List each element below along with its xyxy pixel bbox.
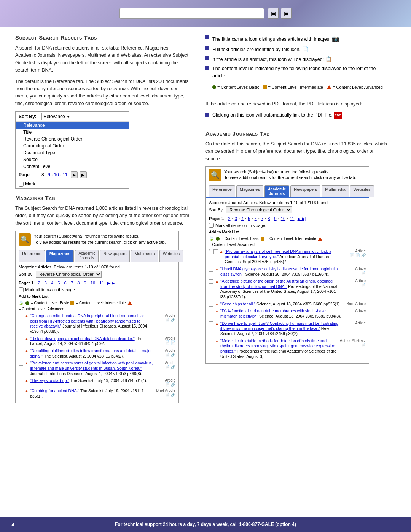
- acad-article-checkbox-7[interactable]: [209, 339, 213, 343]
- sort-option-source[interactable]: Source: [16, 156, 129, 163]
- article-checkbox-6[interactable]: [19, 389, 23, 393]
- acad-article-icons-1: 📄 📄 🔗: [343, 253, 366, 257]
- article-checkbox-2[interactable]: [19, 337, 23, 341]
- acad-article-checkbox-3[interactable]: [209, 279, 213, 284]
- inter-level-label: = Content Level: Intermediate: [268, 85, 323, 89]
- article-link-5[interactable]: "The keys to start-up.": [30, 378, 69, 383]
- ss-acad-page-3[interactable]: 3: [235, 216, 237, 221]
- ss-acad-page-8[interactable]: 8: [268, 216, 270, 221]
- sort-option-chron[interactable]: Chronological Order: [16, 142, 129, 149]
- icon-box-1[interactable]: ▣: [268, 8, 279, 19]
- acad-article-link-3[interactable]: "A detailed picture of the origin of the…: [220, 279, 333, 289]
- ss-sort-label-acad: Sort By:: [209, 208, 224, 212]
- ss-tab-acad-multimedia[interactable]: Multimedia: [322, 185, 349, 197]
- ss-page-8[interactable]: 8: [77, 281, 80, 285]
- sort-select[interactable]: Relevance ▼: [41, 113, 72, 120]
- ss-sort-row-acad: Sort By: Reverse Chronological Order: [209, 206, 366, 213]
- ss-tab-multimedia[interactable]: Multimedia: [131, 250, 158, 262]
- ss-tab-academic[interactable]: AcademicJournals: [75, 250, 99, 262]
- page-links: 8 · 9 · 10 · 11 ▶ ▶|: [41, 171, 87, 178]
- icon-box-2[interactable]: ▣: [281, 8, 292, 19]
- acad-article-checkbox-5[interactable]: [209, 309, 213, 313]
- search-input[interactable]: [123, 11, 261, 16]
- ss-acad-page-9[interactable]: 9: [274, 216, 277, 221]
- ss-acad-page-11[interactable]: 11: [290, 216, 294, 221]
- sort-option-relevance[interactable]: Relevance: [16, 122, 129, 129]
- article-checkbox-3[interactable]: [19, 349, 23, 353]
- ss-page-5[interactable]: 5: [57, 281, 60, 285]
- camera-icon: 📷: [332, 35, 339, 42]
- page-link-9[interactable]: 9: [48, 172, 50, 177]
- article-link-1[interactable]: "Changes in mitochondrial DNA in periphe…: [30, 313, 144, 328]
- acad-article-link-4[interactable]: "Gene chips for all.": [220, 302, 255, 306]
- page-dot: ·: [51, 172, 53, 177]
- bullet-item-fulltext: Full-text articles are identified by thi…: [206, 45, 388, 53]
- ss-page-11[interactable]: 11: [99, 281, 104, 285]
- acad-article-text-4: "Gene chips for all." Science, August 13…: [220, 302, 341, 307]
- acad-article-link-6[interactable]: "Do we have to spell it out? Contacting …: [220, 321, 338, 331]
- sort-option-reverse-chron[interactable]: Reverse Chronological Order: [16, 136, 129, 142]
- ss-tab-acad-reference[interactable]: Reference: [209, 185, 235, 197]
- article-checkbox-1[interactable]: [19, 314, 23, 318]
- article-link-3[interactable]: "Debaffling biofilms: studies follow tra…: [30, 348, 152, 358]
- acad-article-link-1[interactable]: "Microarray analysis of cell-free fetal …: [225, 249, 331, 259]
- feature-bullet-list: The little camera icon distinguishes art…: [206, 34, 388, 80]
- article-checkbox-5[interactable]: [19, 379, 23, 383]
- ss-acad-page-2[interactable]: 2: [228, 216, 230, 221]
- ss-tab-websites[interactable]: Websites: [159, 250, 183, 262]
- ss-page-10[interactable]: 10: [91, 281, 95, 285]
- ss-tab-magazines[interactable]: Magazines: [46, 250, 74, 262]
- ss-page-2[interactable]: 2: [38, 281, 40, 285]
- acad-article-link-7[interactable]: "Molecular timetable methods for detecti…: [220, 339, 335, 353]
- page-nav-next[interactable]: ▶: [71, 171, 78, 178]
- sort-option-title[interactable]: Title: [16, 129, 129, 136]
- ss-tabs-academic: Reference Magazines AcademicJournals New…: [206, 184, 369, 198]
- ss-tab-reference[interactable]: Reference: [19, 250, 45, 262]
- ss-page-9[interactable]: 9: [84, 281, 86, 285]
- ss-sort-select-acad[interactable]: Reverse Chronological Order: [226, 206, 292, 213]
- acad-article-link-2[interactable]: "Uracil DNA glycosylase activity is disp…: [220, 267, 338, 276]
- ss-page-3[interactable]: 3: [45, 281, 47, 285]
- search-box[interactable]: [119, 8, 264, 19]
- sort-option-doc-type[interactable]: Document Type: [16, 149, 129, 156]
- ss-tab-acad-newspapers[interactable]: Newspapers: [290, 185, 320, 197]
- article-link-4[interactable]: "Prevalence and determinants of genital …: [30, 361, 153, 371]
- ss-mark-all-label-acad: Mark all items on this page.: [215, 223, 266, 228]
- page-link-10[interactable]: 10: [54, 172, 59, 177]
- ss-acad-page-5[interactable]: 5: [248, 216, 250, 221]
- page-nav-last[interactable]: ▶|: [80, 171, 87, 178]
- ss-acad-page-6[interactable]: 6: [255, 216, 257, 221]
- ss-mark-all-checkbox-acad[interactable]: [209, 223, 214, 228]
- ss-header-magazines: 🔍 Your search (Subject=dna) returned the…: [16, 231, 178, 248]
- ss-page-4[interactable]: 4: [51, 281, 53, 285]
- page-link-11[interactable]: 11: [62, 172, 67, 177]
- ss-tab-acad-magazines[interactable]: Magazines: [236, 185, 263, 197]
- acad-article-checkbox-6[interactable]: [209, 321, 213, 326]
- acad-article-checkbox-1[interactable]: [213, 249, 218, 254]
- ss-acad-page-10[interactable]: 10: [281, 216, 285, 221]
- article-link-6[interactable]: "Combing for ancient DNA.": [30, 388, 79, 393]
- ss-tab-acad-academic[interactable]: AcademicJournals: [264, 185, 289, 197]
- mark-checkbox[interactable]: [19, 182, 24, 187]
- acad-article-checkbox-2[interactable]: [209, 267, 213, 272]
- ss-acad-page-7[interactable]: 7: [261, 216, 263, 221]
- ss-mark-all-checkbox[interactable]: [19, 287, 24, 292]
- article-link-2[interactable]: "Risk of developing a mitochondrial DNA …: [30, 336, 135, 341]
- ss-tab-acad-websites[interactable]: Websites: [350, 185, 374, 197]
- ss-sort-row: Sort By: Reverse Chronological Order: [19, 271, 175, 278]
- article-adv-icon-4: ▲: [25, 361, 29, 365]
- ss-page-7[interactable]: 7: [71, 281, 73, 285]
- ss-acad-page-4[interactable]: 4: [241, 216, 244, 221]
- acad-article-link-5[interactable]: "DNA-functionalized nanotube membranes w…: [220, 308, 326, 318]
- bullet-square-1: [206, 35, 209, 39]
- ss-search-subtext: To view additional results for the curre…: [34, 240, 166, 245]
- sort-option-content-level[interactable]: Content Level: [16, 163, 129, 170]
- acad-article-checkbox-4[interactable]: [209, 302, 213, 307]
- article-checkbox-4[interactable]: [19, 361, 23, 366]
- pdf-bullet-text: Clicking on this icon will automatically…: [212, 112, 342, 119]
- legend-inter-acad: = Content Level: Intermediate: [266, 236, 316, 241]
- ss-tab-newspapers[interactable]: Newspapers: [100, 250, 130, 262]
- bullet-text-abstract: If the article is an abstract, this icon…: [212, 55, 332, 63]
- ss-sort-select[interactable]: Reverse Chronological Order: [36, 271, 102, 278]
- ss-page-6[interactable]: 6: [64, 281, 67, 285]
